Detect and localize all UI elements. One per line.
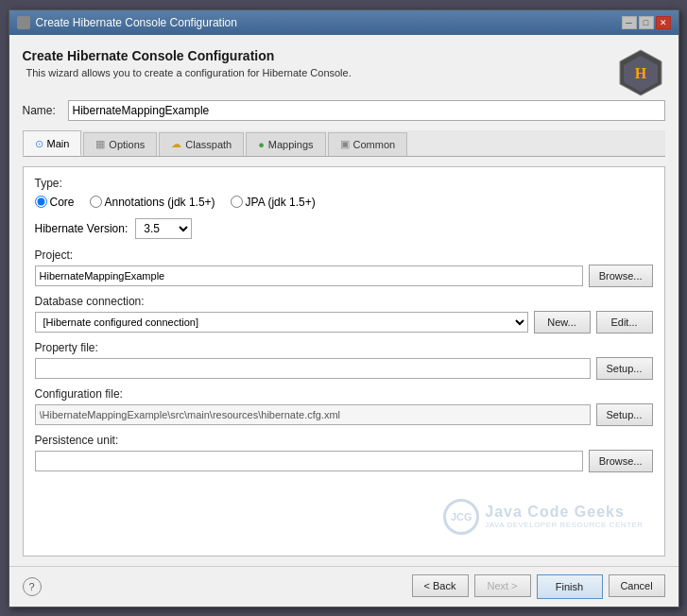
tab-bar: ⊙ Main ▦ Options ☁ Classpath ● Mappings … bbox=[23, 130, 665, 157]
jcg-title: Java Code Geeks bbox=[485, 504, 643, 521]
radio-core: Core bbox=[35, 196, 75, 209]
back-button[interactable]: < Back bbox=[412, 574, 469, 597]
project-label: Project: bbox=[35, 248, 653, 262]
radio-annotations-input[interactable] bbox=[90, 196, 102, 208]
app-icon bbox=[17, 16, 30, 29]
cancel-button[interactable]: Cancel bbox=[609, 574, 665, 597]
type-row: Core Annotations (jdk 1.5+) JPA (jdk 1.5… bbox=[35, 196, 653, 209]
radio-annotations: Annotations (jdk 1.5+) bbox=[90, 196, 215, 209]
config-file-input[interactable] bbox=[35, 404, 591, 425]
svg-text:H: H bbox=[634, 65, 646, 81]
config-file-section: Configuration file: Setup... bbox=[35, 387, 653, 426]
tab-main-label: Main bbox=[47, 138, 70, 149]
persistence-unit-row: Browse... bbox=[35, 450, 653, 472]
persistence-unit-label: Persistence unit: bbox=[35, 434, 653, 447]
minimize-button[interactable]: ─ bbox=[622, 16, 637, 29]
config-file-label: Configuration file: bbox=[35, 387, 653, 401]
tab-mappings[interactable]: ● Mappings bbox=[246, 132, 325, 156]
title-bar: Create Hibernate Console Configuration ─… bbox=[9, 10, 678, 35]
dialog-header-text: Create Hibernate Console Configuration T… bbox=[23, 48, 352, 78]
version-row: Hibernate Version: 3.5 3.6 4.0 4.1 5.0 bbox=[35, 218, 653, 239]
jcg-circle-text: JCG bbox=[451, 511, 472, 522]
finish-button[interactable]: Finish bbox=[537, 574, 603, 599]
property-file-row: Setup... bbox=[35, 357, 653, 380]
persistence-unit-section: Persistence unit: Browse... bbox=[35, 434, 653, 472]
tab-common[interactable]: ▣ Common bbox=[328, 132, 408, 156]
radio-jpa-label: JPA (jdk 1.5+) bbox=[246, 196, 316, 209]
radio-annotations-label: Annotations (jdk 1.5+) bbox=[105, 196, 215, 209]
config-file-setup-button[interactable]: Setup... bbox=[596, 403, 653, 426]
dialog-title: Create Hibernate Console Configuration bbox=[23, 48, 352, 63]
jcg-circle: JCG bbox=[443, 499, 479, 535]
options-tab-icon: ▦ bbox=[95, 138, 105, 150]
persistence-unit-browse-button[interactable]: Browse... bbox=[589, 450, 653, 472]
db-connection-select[interactable]: [Hibernate configured connection] bbox=[35, 312, 528, 333]
config-file-row: Setup... bbox=[35, 403, 653, 426]
db-connection-label: Database connection: bbox=[35, 295, 653, 308]
bottom-right-buttons: < Back Next > Finish Cancel bbox=[412, 574, 665, 599]
dialog-subtitle: This wizard allows you to create a confi… bbox=[26, 67, 352, 78]
next-button[interactable]: Next > bbox=[474, 574, 531, 597]
property-file-section: Property file: Setup... bbox=[35, 341, 653, 380]
close-button[interactable]: ✕ bbox=[656, 16, 671, 29]
db-edit-button[interactable]: Edit... bbox=[596, 311, 653, 334]
hibernate-logo: H bbox=[616, 48, 665, 100]
tab-main[interactable]: ⊙ Main bbox=[23, 130, 82, 156]
property-file-setup-button[interactable]: Setup... bbox=[596, 357, 653, 380]
dialog-header: Create Hibernate Console Configuration T… bbox=[23, 48, 665, 100]
name-input[interactable] bbox=[68, 100, 665, 121]
tab-classpath-label: Classpath bbox=[185, 139, 232, 150]
radio-core-input[interactable] bbox=[35, 196, 47, 208]
dialog-content: Create Hibernate Console Configuration T… bbox=[9, 35, 678, 566]
common-tab-icon: ▣ bbox=[340, 138, 350, 150]
radio-core-label: Core bbox=[50, 196, 75, 209]
version-label: Hibernate Version: bbox=[35, 222, 129, 235]
mappings-tab-icon: ● bbox=[258, 139, 265, 150]
tab-mappings-label: Mappings bbox=[268, 139, 314, 150]
classpath-tab-icon: ☁ bbox=[171, 138, 181, 150]
title-bar-buttons: ─ □ ✕ bbox=[622, 16, 671, 29]
name-label: Name: bbox=[23, 104, 60, 117]
property-file-label: Property file: bbox=[35, 341, 653, 354]
db-connection-section: Database connection: [Hibernate configur… bbox=[35, 295, 653, 334]
property-file-input[interactable] bbox=[35, 358, 591, 379]
project-input[interactable] bbox=[35, 265, 583, 286]
tab-classpath[interactable]: ☁ Classpath bbox=[159, 132, 244, 156]
type-label: Type: bbox=[35, 177, 653, 190]
tab-common-label: Common bbox=[353, 139, 396, 150]
jcg-subtitle: JAVA DEVELOPER RESOURCE CENTER bbox=[485, 521, 643, 529]
main-tab-icon: ⊙ bbox=[35, 138, 43, 150]
main-window: Create Hibernate Console Configuration ─… bbox=[9, 9, 679, 607]
db-new-button[interactable]: New... bbox=[534, 311, 591, 334]
jcg-logo: JCG Java Code Geeks JAVA DEVELOPER RESOU… bbox=[443, 499, 643, 535]
jcg-text-block: Java Code Geeks JAVA DEVELOPER RESOURCE … bbox=[485, 504, 643, 529]
project-row: Browse... bbox=[35, 265, 653, 287]
persistence-unit-input[interactable] bbox=[35, 451, 583, 471]
name-row: Name: bbox=[23, 100, 665, 121]
radio-jpa: JPA (jdk 1.5+) bbox=[231, 196, 316, 209]
project-browse-button[interactable]: Browse... bbox=[589, 265, 653, 287]
main-panel: Type: Core Annotations (jdk 1.5+) JPA (j… bbox=[23, 166, 665, 556]
maximize-button[interactable]: □ bbox=[639, 16, 654, 29]
watermark-area: JCG Java Code Geeks JAVA DEVELOPER RESOU… bbox=[35, 480, 653, 544]
version-select[interactable]: 3.5 3.6 4.0 4.1 5.0 bbox=[135, 218, 192, 239]
title-bar-left: Create Hibernate Console Configuration bbox=[17, 16, 237, 29]
radio-jpa-input[interactable] bbox=[231, 196, 243, 208]
hibernate-logo-svg: H bbox=[616, 48, 665, 97]
bottom-bar: ? < Back Next > Finish Cancel bbox=[9, 566, 678, 607]
project-section: Project: Browse... bbox=[35, 248, 653, 287]
help-button[interactable]: ? bbox=[23, 577, 42, 596]
db-connection-row: [Hibernate configured connection] New...… bbox=[35, 311, 653, 334]
title-bar-text: Create Hibernate Console Configuration bbox=[36, 16, 237, 29]
tab-options[interactable]: ▦ Options bbox=[83, 132, 157, 156]
tab-options-label: Options bbox=[109, 139, 145, 150]
